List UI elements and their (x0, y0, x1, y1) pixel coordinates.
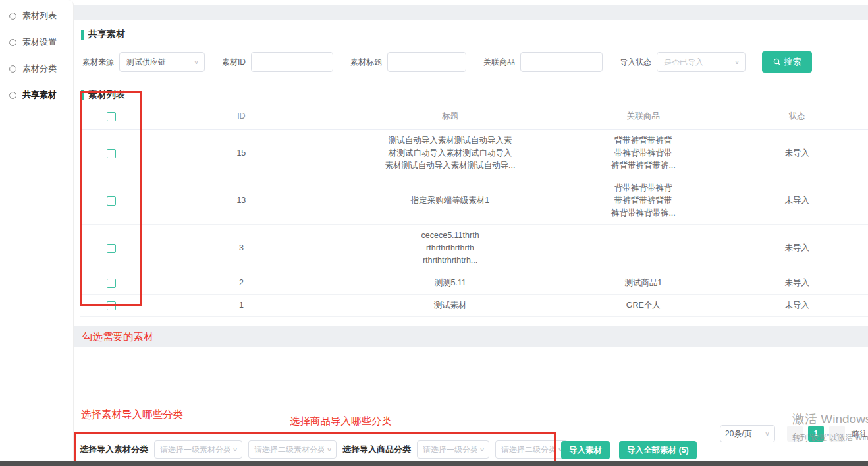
table-row: 3 cecece5.11thrth rthrthrthrthrth rthrth… (80, 225, 868, 272)
top-gray-band (74, 5, 868, 20)
product-level1-select[interactable]: 请选择一级分类 ∨ (417, 440, 489, 459)
current-page-button[interactable]: 1 (808, 426, 824, 442)
radio-circle-icon (9, 92, 16, 99)
cell-product (560, 244, 726, 253)
cell-id: 13 (143, 190, 340, 212)
cell-status: 未导入 (726, 190, 868, 212)
import-material-category-label: 选择导入素材分类 (80, 444, 148, 455)
material-level1-placeholder: 请选择一级素材分类 (160, 444, 230, 455)
cell-id: 2 (143, 272, 340, 294)
sidebar-item-shared-material[interactable]: 共享素材 (0, 82, 73, 108)
row-checkbox[interactable] (107, 301, 116, 310)
screen: 素材列表 素材设置 素材分类 共享素材 共享素材 素材来源 测试供应链 ∨ (0, 0, 868, 466)
material-level2-placeholder: 请选择二级素材分类 (254, 444, 324, 455)
next-page-button[interactable]: › (829, 426, 845, 442)
chevron-down-icon: ∨ (734, 59, 740, 65)
shared-material-section-header: 共享素材 (80, 28, 868, 41)
material-title-label: 素材标题 (350, 57, 382, 68)
material-id-input[interactable] (251, 52, 333, 72)
main-panel: 共享素材 素材来源 测试供应链 ∨ 素材ID 素材标题 关联商品 导入状态 是否… (80, 20, 868, 326)
search-button-label: 搜索 (784, 56, 801, 68)
material-id-label: 素材ID (222, 57, 246, 68)
source-select[interactable]: 测试供应链 ∨ (119, 52, 205, 72)
sidebar-item-material-settings[interactable]: 素材设置 (0, 29, 73, 55)
product-level2-placeholder: 请选择二级分类 (501, 444, 555, 455)
cell-title: 测试自动导入素材测试自动导入素 材测试自动导入素材测试自动导入 素材测试自动导入… (340, 130, 560, 177)
import-buttons: 导入素材 导入全部素材 (5) (561, 441, 697, 459)
page-size-select[interactable]: 20条/页 ∨ (720, 425, 775, 442)
radio-circle-icon (9, 13, 16, 20)
sidebar-item-material-category[interactable]: 素材分类 (0, 55, 73, 82)
material-table: ID 标题 关联商品 状态 15 测试自动导入素材测试自动导入素 材测试自动导入… (80, 103, 868, 317)
col-header-id: ID (143, 103, 340, 129)
pagination: 20条/页 ∨ ‹ 1 › 前往 (720, 425, 867, 442)
section-title: 素材列表 (88, 89, 125, 101)
table-header-row: ID 标题 关联商品 状态 (80, 103, 868, 130)
import-status-label: 导入状态 (620, 57, 651, 68)
search-button[interactable]: 搜索 (762, 51, 812, 73)
window-bottom-edge (0, 461, 868, 466)
source-label: 素材来源 (82, 57, 114, 68)
sidebar: 素材列表 素材设置 素材分类 共享素材 (0, 0, 74, 466)
table-row: 1 测试素材 GRE个人 未导入 (80, 295, 868, 317)
cell-id: 1 (143, 295, 340, 316)
cell-title: 测试素材 (340, 295, 560, 316)
select-all-checkbox[interactable] (107, 112, 116, 121)
material-level1-select[interactable]: 请选择一级素材分类 ∨ (154, 440, 242, 459)
chevron-down-icon: ∨ (232, 446, 238, 453)
cell-status: 未导入 (726, 142, 868, 164)
table-row: 2 测测5.11 测试商品1 未导入 (80, 272, 868, 295)
radio-circle-icon (9, 39, 16, 46)
cell-id: 3 (143, 237, 340, 259)
chevron-down-icon: ∨ (327, 446, 332, 453)
hint-band: 勾选需要的素材 (74, 326, 868, 347)
section-title: 共享素材 (88, 28, 125, 40)
chevron-down-icon: ∨ (765, 430, 770, 437)
check-materials-hint: 勾选需要的素材 (82, 330, 154, 344)
radio-circle-icon (9, 65, 16, 73)
prev-page-button[interactable]: ‹ (787, 426, 803, 442)
material-title-input[interactable] (387, 52, 466, 72)
cell-product: 背带裤背带裤背 带裤背带裤背带 裤背带裤背带裤... (560, 130, 726, 177)
section-bar-icon (81, 90, 84, 100)
import-all-material-button[interactable]: 导入全部素材 (5) (619, 441, 697, 459)
table-row: 13 指定采购端等级素材1 背带裤背带裤背 带裤背带裤背带 裤背带裤背带裤...… (80, 177, 868, 225)
table-row: 15 测试自动导入素材测试自动导入素 材测试自动导入素材测试自动导入 素材测试自… (80, 130, 868, 177)
divider (80, 82, 868, 82)
material-category-hint: 选择素材导入哪些分类 (81, 408, 183, 422)
row-checkbox[interactable] (107, 196, 116, 206)
row-checkbox[interactable] (107, 279, 116, 288)
related-product-label: 关联商品 (483, 57, 515, 68)
search-icon (773, 58, 781, 66)
section-bar-icon (81, 30, 84, 40)
filter-bar: 素材来源 测试供应链 ∨ 素材ID 素材标题 关联商品 导入状态 是否已导入 ∨… (80, 51, 868, 73)
material-list-section-header: 素材列表 (80, 88, 868, 102)
import-status-placeholder: 是否已导入 (664, 57, 703, 68)
col-header-status: 状态 (726, 103, 868, 129)
sidebar-item-material-list[interactable]: 素材列表 (0, 3, 73, 29)
cell-title: cecece5.11thrth rthrthrthrthrth rthrthtr… (340, 225, 560, 272)
sidebar-item-label: 素材列表 (22, 10, 57, 22)
goto-page-label: 前往 (852, 428, 867, 440)
row-checkbox[interactable] (107, 149, 116, 158)
cell-status: 未导入 (726, 295, 868, 316)
cell-product: 测试商品1 (560, 272, 726, 294)
import-status-select[interactable]: 是否已导入 ∨ (657, 52, 746, 72)
product-level1-placeholder: 请选择一级分类 (423, 444, 477, 455)
product-level2-select[interactable]: 请选择二级分类 ∨ (495, 440, 568, 459)
source-select-value: 测试供应链 (126, 57, 166, 68)
chevron-down-icon: ∨ (479, 446, 485, 453)
sidebar-item-label: 素材设置 (22, 36, 57, 48)
col-header-title: 标题 (340, 103, 560, 129)
cell-title: 指定采购端等级素材1 (340, 190, 560, 212)
cell-status: 未导入 (726, 237, 868, 259)
sidebar-item-label: 共享素材 (22, 89, 57, 101)
col-header-product: 关联商品 (560, 103, 726, 129)
import-material-button[interactable]: 导入素材 (561, 441, 610, 459)
related-product-input[interactable] (520, 52, 603, 72)
import-product-category-label: 选择导入商品分类 (342, 444, 411, 455)
row-checkbox[interactable] (107, 244, 116, 253)
import-category-bar: 选择导入素材分类 请选择一级素材分类 ∨ 请选择二级素材分类 ∨ 选择导入商品分… (80, 440, 568, 459)
material-level2-select[interactable]: 请选择二级素材分类 ∨ (248, 440, 337, 459)
cell-status: 未导入 (726, 272, 868, 294)
